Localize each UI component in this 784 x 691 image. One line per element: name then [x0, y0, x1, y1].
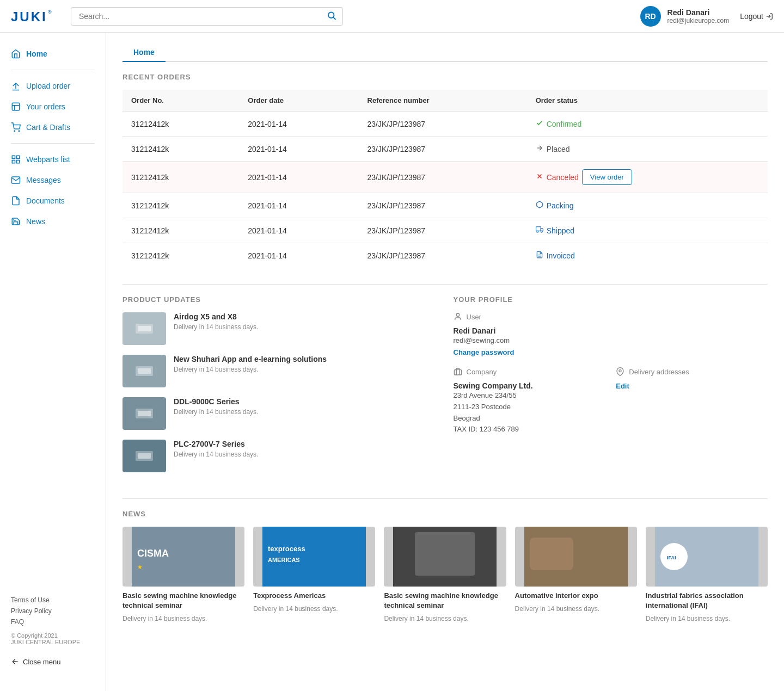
svg-rect-14 [12, 161, 15, 163]
svg-marker-21 [541, 229, 543, 231]
order-ref-cell: 23/JK/JP/123987 [359, 243, 527, 268]
status-text: Invoiced [547, 251, 575, 260]
search-container [71, 7, 343, 26]
order-no-cell: 31212412k [122, 162, 239, 193]
user-name: Redi Danari [667, 8, 730, 17]
sidebar-item-upload-label: Upload order [26, 82, 70, 90]
svg-point-2 [328, 12, 334, 18]
product-delivery: Delivery in 14 business days. [174, 408, 258, 416]
recent-orders-title: RECENT ORDERS [122, 73, 768, 81]
header-right: RD Redi Danari redi@jukieurope.com Logou… [640, 6, 773, 27]
sidebar: Home Upload order Your orders Cart & [0, 33, 106, 691]
news-delivery: Delivery in 14 business days. [515, 605, 637, 613]
news-item[interactable]: texprocessAMERICAS Texprocess Americas D… [253, 527, 375, 622]
product-name: PLC-2700V-7 Series [174, 440, 258, 448]
profile-company-block: Company Sewing Company Ltd. 23rd Avenue … [454, 367, 605, 435]
product-info: DDL-9000C Series Delivery in 14 business… [174, 397, 258, 416]
news-title: Industrial fabrics association internati… [646, 591, 768, 610]
order-ref-cell: 23/JK/JP/123987 [359, 112, 527, 137]
news-image [384, 527, 506, 587]
news-image: texprocessAMERICAS [253, 527, 375, 587]
sidebar-item-messages[interactable]: Messages [0, 170, 106, 190]
product-list: Airdog X5 and X8 Delivery in 14 business… [122, 312, 437, 472]
sidebar-item-your-orders[interactable]: Your orders [0, 96, 106, 117]
company-detail: 23rd Avenue 234/55 2111-23 Postcode Beog… [454, 390, 605, 435]
table-row: 31212412k 2021-01-14 23/JK/JP/123987 Pla… [122, 137, 768, 162]
search-icon[interactable] [327, 10, 336, 22]
svg-rect-35 [454, 370, 461, 375]
svg-rect-31 [138, 411, 151, 416]
sidebar-item-upload-order[interactable]: Upload order [0, 76, 106, 96]
order-date-cell: 2021-01-14 [239, 112, 358, 137]
home-icon [11, 49, 21, 59]
order-no-cell: 31212412k [122, 193, 239, 218]
news-image: IFAI [646, 527, 768, 587]
user-details: Redi Danari redi@jukieurope.com [667, 8, 730, 24]
search-input[interactable] [71, 7, 343, 26]
two-col-section: PRODUCT UPDATES Airdog X5 and X8 Deliver… [122, 284, 768, 482]
sidebar-item-messages-label: Messages [26, 176, 61, 184]
news-item[interactable]: Automative interior expo Delivery in 14 … [515, 527, 637, 622]
status-icon [536, 172, 543, 182]
privacy-link[interactable]: Privacy Policy [11, 607, 95, 615]
status-icon [536, 119, 543, 128]
change-password-link[interactable]: Change password [454, 348, 514, 356]
delivery-section: Delivery addresses Edit [616, 367, 768, 446]
terms-link[interactable]: Terms of Use [11, 596, 95, 604]
sidebar-item-cart-label: Cart & Drafts [26, 123, 70, 132]
close-menu-button[interactable]: Close menu [11, 654, 95, 669]
view-order-button[interactable]: View order [582, 169, 632, 185]
order-date-cell: 2021-01-14 [239, 162, 358, 193]
logout-button[interactable]: Logout [740, 12, 773, 21]
logo: JUKI ® [11, 8, 54, 24]
svg-text:®: ® [48, 9, 52, 15]
product-item: New Shuhari App and e-learning solutions… [122, 355, 437, 387]
product-info: PLC-2700V-7 Series Delivery in 14 busine… [174, 440, 258, 458]
product-image [122, 440, 166, 472]
order-date-cell: 2021-01-14 [239, 137, 358, 162]
sidebar-divider-2 [11, 143, 95, 144]
user-section-label: User [467, 313, 481, 321]
svg-rect-46 [530, 538, 573, 570]
close-menu-label: Close menu [23, 658, 60, 666]
sidebar-item-webparts[interactable]: Webparts list [0, 149, 106, 170]
news-item[interactable]: CISMA★ Basic sewing machine knowledge te… [122, 527, 244, 622]
status-icon [536, 251, 543, 260]
profile-user-block: User Redi Danari redi@sewing.com Change … [454, 312, 768, 356]
sidebar-item-home[interactable]: Home [0, 44, 106, 64]
product-info: Airdog X5 and X8 Delivery in 14 business… [174, 312, 258, 331]
profile-user-email: redi@sewing.com [454, 336, 768, 344]
svg-rect-27 [138, 326, 151, 331]
news-title: Texprocess Americas [253, 591, 375, 601]
svg-rect-20 [536, 227, 541, 231]
order-status-cell: Confirmed [527, 112, 768, 137]
svg-text:IFAI: IFAI [667, 555, 676, 560]
user-info: RD Redi Danari redi@jukieurope.com [640, 6, 730, 27]
sidebar-item-documents[interactable]: Documents [0, 190, 106, 211]
product-image [122, 397, 166, 430]
news-title: Basic sewing machine knowledge technical… [384, 591, 506, 610]
edit-delivery-link[interactable]: Edit [616, 382, 629, 390]
news-delivery: Delivery in 14 business days. [253, 605, 375, 613]
product-image [122, 355, 166, 387]
product-name: DDL-9000C Series [174, 397, 258, 406]
sidebar-item-cart-drafts[interactable]: Cart & Drafts [0, 117, 106, 138]
tab-home[interactable]: Home [122, 44, 166, 62]
order-ref-cell: 23/JK/JP/123987 [359, 137, 527, 162]
news-item[interactable]: Basic sewing machine knowledge technical… [384, 527, 506, 622]
col-order-no: Order No. [122, 90, 239, 112]
product-updates-section: PRODUCT UPDATES Airdog X5 and X8 Deliver… [122, 295, 437, 482]
product-item: Airdog X5 and X8 Delivery in 14 business… [122, 312, 437, 345]
col-ref-number: Reference number [359, 90, 527, 112]
order-status-cell: Packing [527, 193, 768, 218]
sidebar-item-news[interactable]: News [0, 211, 106, 232]
faq-link[interactable]: FAQ [11, 618, 95, 626]
svg-rect-7 [12, 103, 20, 110]
delivery-heading: Delivery addresses [616, 367, 768, 376]
order-no-cell: 31212412k [122, 137, 239, 162]
order-no-cell: 31212412k [122, 243, 239, 268]
news-item[interactable]: IFAI Industrial fabrics association inte… [646, 527, 768, 622]
product-delivery: Delivery in 14 business days. [174, 366, 327, 373]
status-text: Shipped [547, 226, 574, 235]
tabs: Home [122, 44, 768, 62]
